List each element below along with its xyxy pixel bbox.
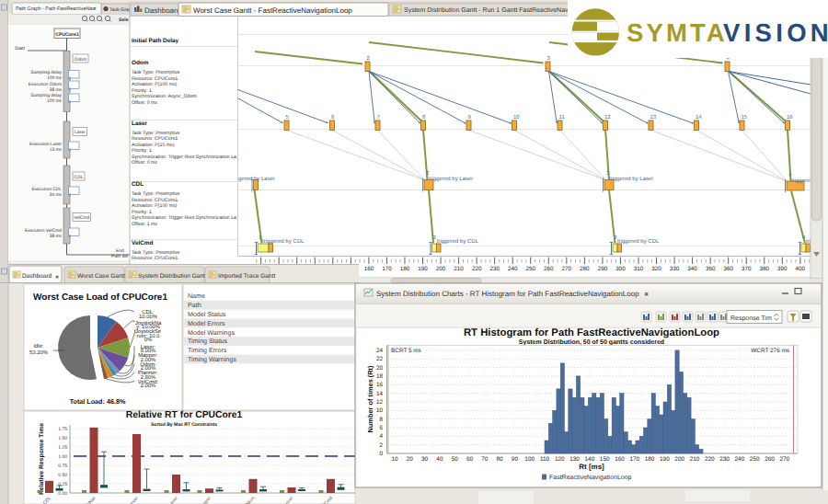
svg-text:Activation: P(100 ms): Activation: P(100 ms) [132,203,178,209]
svg-text:400: 400 [796,266,806,272]
svg-text:Task Type: Preemptive: Task Type: Preemptive [132,191,179,197]
svg-text:170: 170 [629,456,639,463]
svg-text:340: 340 [687,266,697,272]
svg-text:Sele: Sele [119,17,129,23]
svg-text:200: 200 [436,266,446,272]
svg-text:triggered by CDL: triggered by CDL [437,238,479,245]
svg-text:10: 10 [376,407,384,414]
svg-text:350: 350 [706,266,716,272]
svg-text:Execution CDL: Execution CDL [31,187,62,192]
svg-text:100: 100 [524,456,535,463]
svg-text:Imported Trace Gantt: Imported Trace Gantt [218,273,275,280]
svg-text:Total Load: 46.8%: Total Load: 46.8% [70,397,126,406]
svg-text:BCRT 5 ms: BCRT 5 ms [391,348,421,354]
svg-text:End: End [116,248,124,254]
svg-text:System Distribution Gantt: System Distribution Gantt [138,273,207,280]
svg-text:System Distribution Charts - R: System Distribution Charts - RT Histogra… [376,290,639,298]
svg-text:150: 150 [600,456,610,463]
svg-text:230: 230 [719,456,730,463]
svg-text:Task Type: Preemptive: Task Type: Preemptive [132,250,179,256]
svg-text:Idle:: Idle: [33,343,43,349]
svg-text:Execution Odom: Execution Odom [29,82,62,87]
svg-text:Sampling delay: Sampling delay [31,93,63,98]
svg-text:100 ms: 100 ms [47,75,63,81]
svg-text:Model Status: Model Status [188,311,226,318]
svg-text:Number of times (Rt): Number of times (Rt) [366,365,374,433]
svg-text:110: 110 [540,456,550,463]
svg-text:Response Tim: Response Tim [730,315,772,322]
svg-text:1.00: 1.00 [58,454,67,460]
svg-text:gered by Laser: gered by Laser [238,176,275,182]
svg-text:12: 12 [376,399,384,406]
svg-text:System Distribution, 50 of 50: System Distribution, 50 of 50 gantts con… [519,338,664,346]
svg-text:200: 200 [674,456,684,463]
svg-text:SYMTA: SYMTA [627,18,728,47]
svg-text:20: 20 [376,365,384,372]
svg-text:RT Histogram for Path FastReac: RT Histogram for Path FastReactiveNaviga… [464,327,719,338]
svg-text:8: 8 [379,417,383,423]
svg-text:Relative RT for CPUCore1: Relative RT for CPUCore1 [126,410,243,420]
svg-text:✖: ✖ [93,6,97,11]
svg-text:300: 300 [615,266,626,272]
svg-text:190: 190 [660,456,670,463]
svg-text:Synchronization: Async_Odom: Synchronization: Async_Odom [132,94,197,99]
svg-text:triggered by CDL: triggered by CDL [617,238,660,245]
svg-text:Task Type: Preemptive: Task Type: Preemptive [132,70,179,75]
svg-text:0: 0 [379,451,383,457]
svg-text:90: 90 [512,456,519,463]
svg-text:12: 12 [604,114,611,120]
svg-text:13: 13 [650,114,657,120]
svg-text:250: 250 [526,266,536,272]
svg-text:270: 270 [779,456,789,463]
svg-text:120: 120 [555,456,565,463]
svg-text:250: 250 [750,456,760,463]
svg-text:370: 370 [742,266,752,272]
svg-text:6: 6 [379,425,383,431]
svg-text:160: 160 [364,266,374,272]
svg-text:Priority: 1: Priority: 1 [132,88,152,94]
svg-text:Activation: P(25 ms): Activation: P(25 ms) [132,143,175,148]
svg-text:24: 24 [376,348,384,354]
svg-text:Path Graph - Path FastReactive: Path Graph - Path FastReactiveNav [16,6,95,12]
svg-text:130: 130 [569,456,580,463]
svg-text:Offset: 0 ms: Offset: 0 ms [132,160,157,166]
svg-text:Priority: 1: Priority: 1 [132,210,152,215]
svg-text:240: 240 [508,266,518,272]
svg-text:Timing Warnings: Timing Warnings [188,356,236,363]
svg-text:Dashboard: Dashboard [144,6,180,15]
svg-text:380: 380 [760,266,770,272]
svg-text:Odom: Odom [132,60,149,66]
svg-text:180: 180 [400,266,410,272]
svg-text:170: 170 [382,266,392,272]
svg-text:Worst Case Gantt: Worst Case Gantt [77,273,125,280]
svg-text:VISION: VISION [723,18,828,47]
svg-text:270: 270 [562,266,572,272]
svg-text:220: 220 [705,456,715,463]
svg-text:Worst Case Gantt - FastReactiv: Worst Case Gantt - FastReactiveNavigatio… [193,6,352,15]
svg-text:CPUCore1: CPUCore1 [55,32,79,38]
svg-text:260: 260 [544,266,554,272]
svg-text:Execution VelCmd: Execution VelCmd [25,228,62,234]
svg-text:2.00%: 2.00% [141,383,156,389]
svg-text:180: 180 [645,456,655,463]
svg-text:Model Errors: Model Errors [188,320,225,327]
svg-text:390: 390 [777,266,788,272]
svg-text:14: 14 [696,114,702,120]
svg-text:Timing Errors: Timing Errors [188,347,227,354]
svg-text:10: 10 [513,114,520,120]
svg-text:10.00%: 10.00% [139,314,158,320]
svg-text:Synchronization: Trigger Root: Synchronization: Trigger Root Synchroniz… [132,215,236,221]
svg-text:140: 140 [585,456,595,463]
svg-text:100 ms: 100 ms [47,98,63,104]
svg-text:53.20%: 53.20% [29,349,49,356]
svg-text:260: 260 [765,456,775,463]
svg-text:Sorted By Max RT Constraints: Sorted By Max RT Constraints [151,422,217,428]
svg-text:FastReactiveNavigationLoop: FastReactiveNavigationLoop [549,474,632,481]
svg-text:0.75: 0.75 [58,464,67,469]
svg-text:VelCmd: VelCmd [74,215,89,221]
svg-text:triggered by CDL: triggered by CDL [262,238,305,245]
svg-text:4: 4 [379,433,383,440]
svg-text:Resource: CPUCore1: Resource: CPUCore1 [132,198,178,203]
svg-text:triggered by Laser: triggered by Laser [609,176,653,182]
svg-text:11: 11 [559,114,566,120]
